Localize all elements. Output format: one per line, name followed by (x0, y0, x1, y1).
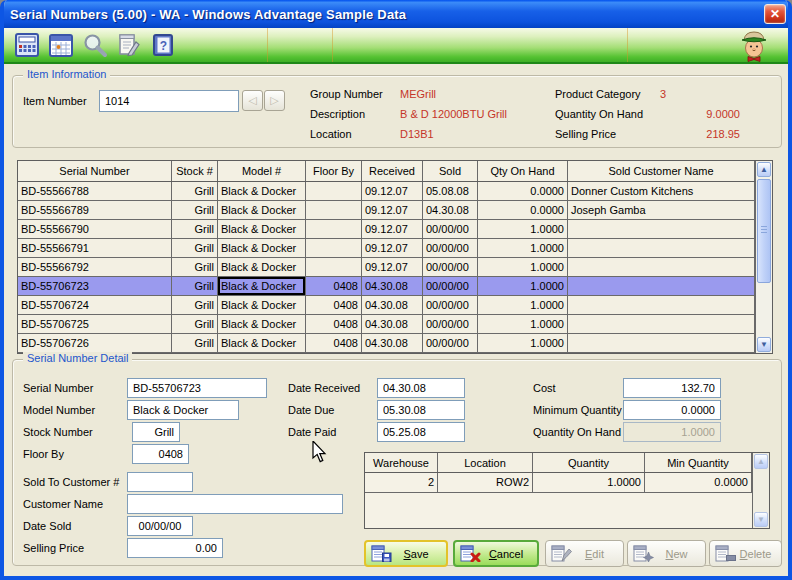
column-header[interactable]: Model # (218, 161, 306, 181)
table-cell[interactable]: 09.12.07 (362, 220, 423, 238)
warehouse-scroll-down-button[interactable]: ▼ (754, 512, 768, 527)
detail-selling-price-input[interactable] (127, 538, 223, 558)
table-cell[interactable] (568, 258, 755, 276)
calendar-icon[interactable] (48, 32, 74, 58)
table-cell[interactable]: 09.12.07 (362, 201, 423, 219)
table-row[interactable]: BD-55706725GrillBlack & Docker040804.30.… (18, 315, 755, 334)
table-cell[interactable]: 0408 (306, 334, 362, 352)
table-cell[interactable]: Grill (172, 277, 218, 295)
scrollbar-thumb[interactable] (757, 179, 771, 283)
table-cell[interactable]: Grill (172, 258, 218, 276)
serial-table-scrollbar[interactable]: ▲ ▼ (755, 161, 772, 353)
table-cell[interactable] (568, 239, 755, 257)
table-cell[interactable]: 09.12.07 (362, 239, 423, 257)
cancel-button[interactable]: Cancel (453, 540, 539, 567)
table-cell[interactable]: 1.0000 (533, 473, 645, 492)
table-cell[interactable]: 09.12.07 (362, 258, 423, 276)
column-header[interactable]: Stock # (172, 161, 218, 181)
table-cell[interactable]: BD-55706723 (18, 277, 172, 295)
table-row[interactable]: BD-55566790GrillBlack & Docker09.12.0700… (18, 220, 755, 239)
column-header[interactable]: Location (438, 453, 533, 472)
floor-by-input[interactable] (132, 444, 189, 464)
table-cell[interactable]: Grill (172, 334, 218, 352)
table-row[interactable]: BD-55706724GrillBlack & Docker040804.30.… (18, 296, 755, 315)
table-cell[interactable]: BD-55566792 (18, 258, 172, 276)
table-cell[interactable]: 1.0000 (478, 315, 568, 333)
table-cell[interactable]: Grill (172, 182, 218, 200)
table-cell[interactable]: 00/00/00 (423, 220, 478, 238)
table-cell[interactable]: 00/00/00 (423, 315, 478, 333)
table-cell[interactable]: Black & Docker (218, 182, 306, 200)
table-cell[interactable]: 04.30.08 (423, 201, 478, 219)
table-cell[interactable]: Black & Docker (218, 334, 306, 352)
table-cell[interactable]: BD-55706724 (18, 296, 172, 314)
table-cell[interactable]: Black & Docker (218, 239, 306, 257)
table-cell[interactable]: 00/00/00 (423, 334, 478, 352)
column-header[interactable]: Sold (423, 161, 478, 181)
table-cell[interactable]: Black & Docker (218, 201, 306, 219)
model-number-input[interactable] (127, 400, 239, 420)
calculator-icon[interactable] (14, 32, 40, 58)
cost-input[interactable] (623, 378, 721, 398)
column-header[interactable]: Min Quantity (645, 453, 752, 472)
serial-number-input[interactable] (127, 378, 267, 398)
table-cell[interactable]: 00/00/00 (423, 239, 478, 257)
notes-icon[interactable] (116, 32, 142, 58)
table-cell[interactable]: BD-55706725 (18, 315, 172, 333)
table-cell[interactable] (568, 220, 755, 238)
close-button[interactable]: ✕ (764, 4, 786, 24)
table-cell[interactable]: 2 (365, 473, 438, 492)
table-row[interactable]: BD-55706726GrillBlack & Docker040804.30.… (18, 334, 755, 353)
save-button[interactable]: Save (364, 540, 448, 567)
table-cell[interactable]: Joseph Gamba (568, 201, 755, 219)
table-row[interactable]: 2ROW21.00000.0000 (365, 473, 752, 493)
previous-record-button[interactable]: ◁ (242, 90, 263, 111)
table-cell[interactable]: 0408 (306, 296, 362, 314)
table-cell[interactable]: BD-55566788 (18, 182, 172, 200)
table-cell[interactable]: 0.0000 (478, 182, 568, 200)
table-row[interactable]: BD-55566791GrillBlack & Docker09.12.0700… (18, 239, 755, 258)
table-cell[interactable]: 1.0000 (478, 277, 568, 295)
table-cell[interactable] (306, 182, 362, 200)
table-cell[interactable]: 1.0000 (478, 220, 568, 238)
table-cell[interactable]: Black & Docker (218, 277, 306, 295)
table-cell[interactable]: 04.30.08 (362, 296, 423, 314)
scroll-up-button[interactable]: ▲ (757, 162, 771, 177)
table-cell[interactable]: BD-55566790 (18, 220, 172, 238)
warehouse-scrollbar[interactable]: ▲ ▼ (752, 453, 769, 528)
column-header[interactable]: Serial Number (18, 161, 172, 181)
help-icon[interactable]: ? (150, 32, 176, 58)
new-button[interactable]: New (627, 540, 706, 567)
minimum-quantity-input[interactable] (623, 400, 721, 420)
column-header[interactable]: Received (362, 161, 423, 181)
table-cell[interactable]: ROW2 (438, 473, 533, 492)
column-header[interactable]: Sold Customer Name (568, 161, 755, 181)
table-cell[interactable]: 0408 (306, 277, 362, 295)
table-cell[interactable]: 00/00/00 (423, 277, 478, 295)
table-cell[interactable]: Black & Docker (218, 258, 306, 276)
table-cell[interactable]: 1.0000 (478, 296, 568, 314)
date-due-input[interactable] (377, 400, 465, 420)
table-cell[interactable]: 05.08.08 (423, 182, 478, 200)
item-number-input[interactable] (99, 90, 239, 112)
table-cell[interactable]: 0408 (306, 315, 362, 333)
table-cell[interactable]: 1.0000 (478, 239, 568, 257)
table-cell[interactable] (568, 315, 755, 333)
table-cell[interactable] (306, 201, 362, 219)
table-cell[interactable]: BD-55566789 (18, 201, 172, 219)
table-cell[interactable]: Grill (172, 201, 218, 219)
column-header[interactable]: Warehouse (365, 453, 438, 472)
table-cell[interactable] (306, 239, 362, 257)
scroll-down-button[interactable]: ▼ (757, 337, 771, 352)
table-cell[interactable]: 04.30.08 (362, 315, 423, 333)
table-row[interactable]: BD-55706723GrillBlack & Docker040804.30.… (18, 277, 755, 296)
table-cell[interactable]: Grill (172, 296, 218, 314)
table-cell[interactable]: Black & Docker (218, 315, 306, 333)
table-cell[interactable]: 1.0000 (478, 334, 568, 352)
table-cell[interactable]: 04.30.08 (362, 277, 423, 295)
table-cell[interactable]: 00/00/00 (423, 258, 478, 276)
edit-button[interactable]: Edit (545, 540, 624, 567)
table-cell[interactable]: Grill (172, 220, 218, 238)
table-cell[interactable]: Grill (172, 239, 218, 257)
column-header[interactable]: Quantity (533, 453, 645, 472)
